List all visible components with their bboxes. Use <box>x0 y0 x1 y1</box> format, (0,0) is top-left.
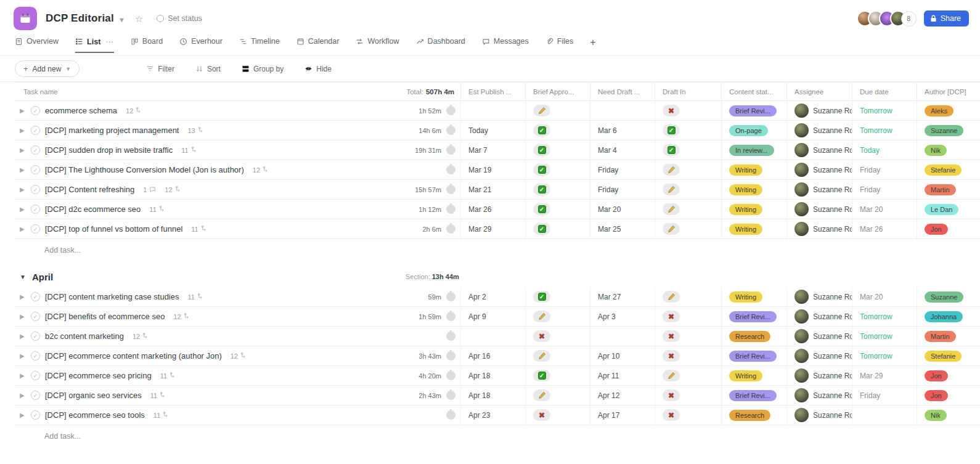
tab-overview[interactable]: Overview <box>15 37 59 51</box>
due-date-cell[interactable] <box>852 405 917 425</box>
content-status-cell[interactable]: Brief Revi... <box>722 386 787 405</box>
task-check-icon[interactable]: ✓ <box>31 106 40 115</box>
add-task-button[interactable]: Add task... <box>15 239 980 261</box>
column-header[interactable]: Est Publish ... <box>461 83 526 100</box>
subtask-count[interactable]: 11 <box>149 206 165 213</box>
column-task-name[interactable]: Task name <box>23 88 58 96</box>
task-name[interactable]: [DCP] ecommerce seo tools <box>45 410 145 420</box>
favorite-star-icon[interactable]: ☆ <box>135 14 143 25</box>
subtask-count[interactable]: 11 <box>191 226 207 233</box>
est-publish-cell[interactable]: Apr 2 <box>461 287 526 306</box>
task-name[interactable]: [DCP] top of funnel vs bottom of funnel <box>45 224 182 234</box>
need-draft-cell[interactable]: Apr 10 <box>590 346 655 365</box>
timer-icon[interactable] <box>446 126 455 135</box>
expand-caret-icon[interactable]: ▶ <box>20 166 26 173</box>
assignee-cell[interactable]: Suzanne Robb <box>787 287 852 306</box>
task-check-icon[interactable]: ✓ <box>31 145 40 155</box>
draft-in-cell[interactable]: ✖ <box>655 327 722 346</box>
timer-icon[interactable] <box>446 312 455 321</box>
need-draft-cell[interactable]: Friday <box>590 180 655 199</box>
timer-icon[interactable] <box>446 185 455 194</box>
column-header[interactable]: Due date <box>852 83 917 100</box>
draft-in-cell[interactable]: ✖ <box>655 101 722 120</box>
brief-approved-cell[interactable]: ✓ <box>526 121 590 140</box>
need-draft-cell[interactable]: Mar 25 <box>590 219 655 238</box>
assignee-cell[interactable]: Suzanne Robb <box>787 101 852 120</box>
need-draft-cell[interactable]: Friday <box>590 160 655 179</box>
due-date-cell[interactable]: Tomorrow <box>852 101 917 120</box>
column-header[interactable]: Need Draft ... <box>590 83 655 100</box>
content-status-cell[interactable]: Brief Revi... <box>722 346 787 365</box>
subtask-count[interactable]: 12 <box>231 352 247 360</box>
expand-caret-icon[interactable]: ▶ <box>20 206 26 213</box>
sort-button[interactable]: Sort <box>195 65 221 73</box>
task-check-icon[interactable]: ✓ <box>31 410 40 420</box>
est-publish-cell[interactable]: Apr 16 <box>461 346 526 365</box>
need-draft-cell[interactable]: Apr 3 <box>590 307 655 326</box>
expand-caret-icon[interactable]: ▶ <box>20 392 26 399</box>
author-cell[interactable]: Jon <box>917 386 980 405</box>
tab-files[interactable]: Files <box>545 37 573 51</box>
task-name[interactable]: [DCP] benefits of ecommerce seo <box>45 312 165 321</box>
subtask-count[interactable]: 12 <box>165 186 181 193</box>
author-cell[interactable]: Stefanie <box>917 346 980 365</box>
subtask-count[interactable]: 11 <box>160 372 176 380</box>
column-header[interactable]: Author [DCP] <box>917 83 980 100</box>
est-publish-cell[interactable] <box>461 327 526 346</box>
column-header[interactable]: Assignee <box>787 83 852 100</box>
expand-caret-icon[interactable]: ▶ <box>20 226 26 232</box>
due-date-cell[interactable]: Tomorrow <box>852 327 917 346</box>
timer-icon[interactable] <box>446 371 455 380</box>
subtask-count[interactable]: 11 <box>188 293 204 301</box>
timer-icon[interactable] <box>446 106 455 115</box>
tab-[interactable]: + <box>590 37 595 54</box>
author-cell[interactable]: Stefanie <box>917 160 980 179</box>
est-publish-cell[interactable]: Mar 21 <box>461 180 526 199</box>
content-status-cell[interactable]: Research <box>722 405 787 425</box>
expand-caret-icon[interactable]: ▶ <box>20 412 26 418</box>
tab-board[interactable]: Board <box>131 37 163 51</box>
est-publish-cell[interactable]: Mar 19 <box>461 160 526 179</box>
task-check-icon[interactable]: ✓ <box>31 332 40 341</box>
comment-count[interactable]: 1 <box>143 186 156 193</box>
task-name[interactable]: [DCP] organic seo services <box>45 391 142 400</box>
content-status-cell[interactable]: Writing <box>722 287 787 306</box>
task-name[interactable]: ecommerce schema <box>45 106 117 115</box>
timer-icon[interactable] <box>446 205 455 214</box>
brief-approved-cell[interactable] <box>526 307 590 326</box>
need-draft-cell[interactable]: Mar 20 <box>590 200 655 219</box>
due-date-cell[interactable]: Mar 29 <box>852 366 917 385</box>
assignee-cell[interactable]: Suzanne Robb <box>787 180 852 199</box>
due-date-cell[interactable]: Mar 20 <box>852 200 917 219</box>
due-date-cell[interactable]: Tomorrow <box>852 346 917 365</box>
draft-in-cell[interactable]: ✖ <box>655 307 722 326</box>
need-draft-cell[interactable] <box>590 327 655 346</box>
draft-in-cell[interactable] <box>655 200 722 219</box>
draft-in-cell[interactable] <box>655 287 722 306</box>
expand-caret-icon[interactable]: ▶ <box>20 147 26 153</box>
brief-approved-cell[interactable]: ✓ <box>526 219 590 238</box>
tab-workflow[interactable]: Workflow <box>356 37 399 51</box>
timer-icon[interactable] <box>446 224 455 234</box>
tab-list[interactable]: List ⋯ <box>75 37 114 53</box>
content-status-cell[interactable]: Brief Revi... <box>722 101 787 120</box>
due-date-cell[interactable]: Mar 20 <box>852 287 917 306</box>
need-draft-cell[interactable] <box>590 101 655 120</box>
add-new-button[interactable]: + Add new ▼ <box>15 60 80 77</box>
task-name[interactable]: [DCP] content marketing case studies <box>45 292 179 301</box>
due-date-cell[interactable]: Friday <box>852 386 917 405</box>
expand-caret-icon[interactable]: ▶ <box>20 372 26 379</box>
author-cell[interactable]: Martin <box>917 180 980 199</box>
assignee-cell[interactable]: Suzanne Robb <box>787 366 852 385</box>
need-draft-cell[interactable]: Mar 27 <box>590 287 655 306</box>
due-date-cell[interactable]: Friday <box>852 180 917 199</box>
author-cell[interactable]: Suzanne <box>917 121 980 140</box>
est-publish-cell[interactable]: Today <box>461 121 526 140</box>
set-status-button[interactable]: Set status <box>157 14 202 23</box>
task-name[interactable]: [DCP] ecommerce seo pricing <box>45 371 152 380</box>
timer-icon[interactable] <box>446 332 455 341</box>
content-status-cell[interactable]: In review... <box>722 140 787 160</box>
assignee-cell[interactable]: Suzanne Robb <box>787 160 852 179</box>
draft-in-cell[interactable] <box>655 219 722 238</box>
due-date-cell[interactable]: Mar 26 <box>852 219 917 238</box>
